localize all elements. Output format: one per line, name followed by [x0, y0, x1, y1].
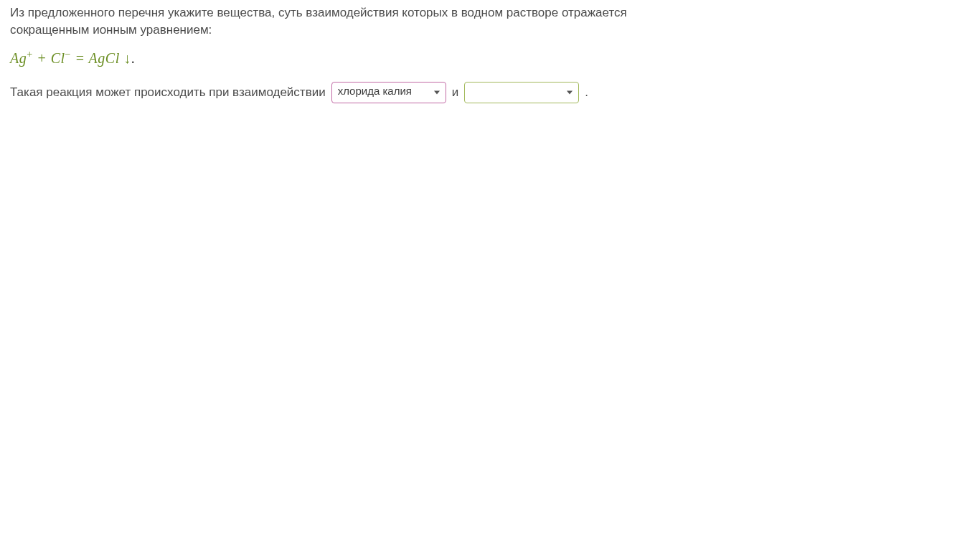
- eq-eq: =: [71, 50, 89, 65]
- select1-display[interactable]: хлорида калия: [331, 82, 446, 103]
- question-container: Из предложенного перечня укажите веществ…: [0, 0, 660, 103]
- question-intro: Из предложенного перечня укажите веществ…: [10, 4, 650, 39]
- select2-display[interactable]: [464, 82, 579, 103]
- connector-text: и: [452, 85, 459, 100]
- eq-dot: .: [131, 50, 136, 65]
- sentence-lead: Такая реакция может происходить при взаи…: [10, 85, 326, 100]
- eq-minus-sup: −: [65, 49, 71, 60]
- eq-plus: +: [33, 50, 51, 65]
- select-substance-2[interactable]: [464, 82, 579, 103]
- ionic-equation: Ag+ + Cl− = AgCl ↓.: [10, 49, 650, 67]
- down-arrow-icon: ↓: [123, 50, 131, 65]
- answer-line: Такая реакция может происходить при взаи…: [10, 82, 650, 103]
- select-substance-1[interactable]: хлорида калия хлорида калия хлора нитрат…: [331, 82, 446, 103]
- select1-value: хлорида калия: [338, 85, 412, 97]
- eq-ag: Ag: [10, 50, 27, 65]
- eq-cl: Cl: [51, 50, 65, 65]
- eq-plus-sup: +: [27, 49, 32, 60]
- sentence-tail: .: [585, 85, 588, 100]
- eq-agcl: AgCl: [89, 50, 124, 65]
